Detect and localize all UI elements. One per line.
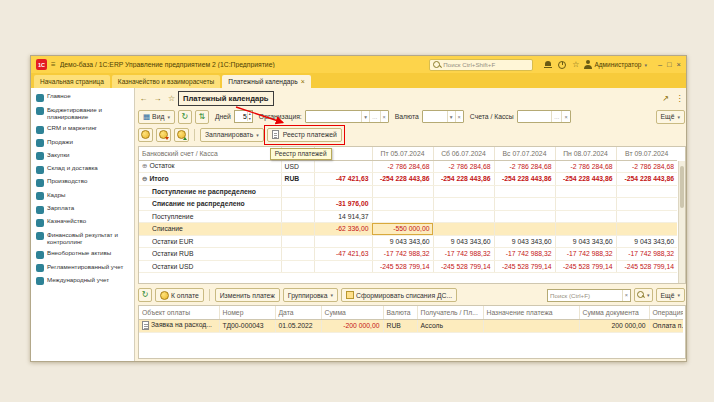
find-button[interactable]: ▾: [634, 288, 653, 302]
row-label[interactable]: Списание не распределено: [139, 198, 281, 211]
amount-cell[interactable]: -254 228 443,86: [372, 173, 433, 186]
column-header[interactable]: Номер: [219, 306, 275, 319]
form-writeoffs-button[interactable]: Сформировать списания ДС...: [341, 288, 457, 302]
more-dots-icon[interactable]: ⋮: [674, 93, 685, 104]
amount-cell[interactable]: -245 528 799,14: [555, 260, 616, 273]
payment-cell[interactable]: Оплата п...: [649, 319, 683, 332]
currency-cell[interactable]: [281, 260, 314, 273]
amount-cell[interactable]: [314, 160, 372, 173]
row-label[interactable]: Остатки RUB: [139, 248, 281, 261]
amount-cell[interactable]: -245 528 799,14: [494, 260, 555, 273]
amount-cell[interactable]: [616, 185, 677, 198]
currency-cell[interactable]: [281, 235, 314, 248]
amount-cell[interactable]: -254 228 443,86: [494, 173, 555, 186]
amount-cell[interactable]: [555, 198, 616, 211]
notifications-icon[interactable]: [544, 60, 552, 69]
amount-cell[interactable]: -2 786 284,68: [433, 160, 494, 173]
payment-cell[interactable]: RUB: [383, 319, 417, 332]
sidebar-item-finresult[interactable]: Финансовый результат и контроллинг: [31, 229, 134, 248]
main-menu-icon[interactable]: ≡: [51, 60, 56, 69]
plan-button[interactable]: Запланировать ▾: [200, 128, 264, 142]
currency-cell[interactable]: USD: [281, 160, 314, 173]
amount-cell[interactable]: [555, 185, 616, 198]
sidebar-item-international[interactable]: Международный учет: [31, 274, 134, 287]
amount-cell[interactable]: -2 786 284,68: [494, 160, 555, 173]
payment-cell[interactable]: Ассоль: [417, 319, 483, 332]
amount-cell[interactable]: -254 228 443,86: [555, 173, 616, 186]
close-tab-icon[interactable]: ×: [301, 78, 305, 85]
currency-cell[interactable]: [281, 185, 314, 198]
calendar-row[interactable]: Остатки RUB-47 421,63-17 742 988,32-17 7…: [139, 248, 677, 261]
currency-cell[interactable]: RUB: [281, 173, 314, 186]
amount-cell[interactable]: -47 421,63: [314, 248, 372, 261]
column-header[interactable]: Сумма: [321, 306, 383, 319]
amount-cell[interactable]: -2 786 284,68: [616, 160, 677, 173]
clear-icon[interactable]: ×: [455, 111, 463, 122]
row-label[interactable]: Остатки USD: [139, 260, 281, 273]
column-header[interactable]: Объект оплаты: [139, 306, 219, 319]
column-header[interactable]: Банковский счет / Касса: [139, 147, 281, 160]
close-button[interactable]: ×: [677, 60, 681, 69]
amount-cell[interactable]: [555, 223, 616, 236]
amount-cell[interactable]: [616, 223, 677, 236]
amount-cell[interactable]: [372, 210, 433, 223]
sidebar-item-treasury[interactable]: Казначейство: [31, 216, 134, 229]
clear-icon[interactable]: ×: [561, 111, 569, 122]
calendar-row[interactable]: Остатки USD-245 528 799,14-245 528 799,1…: [139, 260, 677, 273]
row-label[interactable]: Поступление не распределено: [139, 185, 281, 198]
view-button[interactable]: ▦ Вид ▾: [138, 110, 175, 124]
days-input[interactable]: [235, 113, 247, 120]
global-search[interactable]: [429, 59, 533, 71]
sidebar-item-production[interactable]: Производство: [31, 176, 134, 189]
calendar-row[interactable]: Поступление14 914,37: [139, 210, 677, 223]
row-label[interactable]: ⊕Остаток: [139, 160, 281, 173]
tab-treasury[interactable]: Казначейство и взаиморасчеты: [112, 75, 220, 88]
amount-cell[interactable]: 9 043 343,60: [616, 235, 677, 248]
amount-cell[interactable]: -31 976,00: [314, 198, 372, 211]
amount-cell[interactable]: -17 742 988,32: [433, 248, 494, 261]
amount-cell[interactable]: -550 000,00: [372, 223, 433, 236]
create-transfer-button[interactable]: [174, 128, 189, 142]
sidebar-item-home[interactable]: Главное: [31, 91, 134, 104]
amount-cell[interactable]: [433, 198, 494, 211]
payments-search-input[interactable]: [548, 292, 622, 299]
calendar-vscrollbar[interactable]: [678, 161, 685, 283]
amount-cell[interactable]: [433, 185, 494, 198]
scrollbar-thumb[interactable]: [680, 166, 684, 208]
refresh-button[interactable]: ↻: [178, 110, 192, 124]
sidebar-item-hr[interactable]: Кадры: [31, 189, 134, 202]
back-button[interactable]: ←: [138, 93, 149, 104]
sidebar-item-regulated[interactable]: Регламентированный учет: [31, 261, 134, 274]
amount-cell[interactable]: [555, 210, 616, 223]
current-user[interactable]: Администратор ▾: [583, 60, 646, 69]
column-header[interactable]: Операция: [649, 306, 683, 319]
amount-cell[interactable]: 9 043 343,60: [494, 235, 555, 248]
amount-cell[interactable]: [433, 210, 494, 223]
amount-cell[interactable]: 9 043 343,60: [433, 235, 494, 248]
to-pay-button[interactable]: К оплате: [155, 288, 204, 302]
amount-cell[interactable]: [616, 198, 677, 211]
create-receipt-button[interactable]: [138, 128, 153, 142]
payments-more-button[interactable]: Ещё ▾: [656, 288, 685, 302]
create-writeoff-button[interactable]: [156, 128, 171, 142]
amount-cell[interactable]: -17 742 988,32: [494, 248, 555, 261]
payment-cell[interactable]: Заявка на расход...: [139, 319, 219, 332]
amount-cell[interactable]: [372, 198, 433, 211]
sidebar-item-sales[interactable]: Продажи: [31, 136, 134, 149]
currency-cell[interactable]: [281, 248, 314, 261]
column-header[interactable]: Сумма документа: [579, 306, 649, 319]
amount-cell[interactable]: -17 742 988,32: [555, 248, 616, 261]
column-header[interactable]: Назначение платежа: [483, 306, 579, 319]
sidebar-item-purchases[interactable]: Закупки: [31, 150, 134, 163]
amount-cell[interactable]: [494, 223, 555, 236]
amount-cell[interactable]: -47 421,63: [314, 173, 372, 186]
amount-cell[interactable]: -2 786 284,68: [372, 160, 433, 173]
amount-cell[interactable]: -254 228 443,86: [433, 173, 494, 186]
days-stepper[interactable]: ▴▾: [234, 110, 253, 123]
row-label[interactable]: Остатки EUR: [139, 235, 281, 248]
amount-cell[interactable]: -245 528 799,14: [616, 260, 677, 273]
expander-icon[interactable]: ⊖: [142, 175, 147, 182]
stepper-arrows-icon[interactable]: ▴▾: [247, 112, 252, 121]
calendar-row[interactable]: ⊖ИтогоRUB-47 421,63-254 228 443,86-254 2…: [139, 173, 677, 186]
column-header[interactable]: Сб 06.07.2024: [433, 147, 494, 160]
